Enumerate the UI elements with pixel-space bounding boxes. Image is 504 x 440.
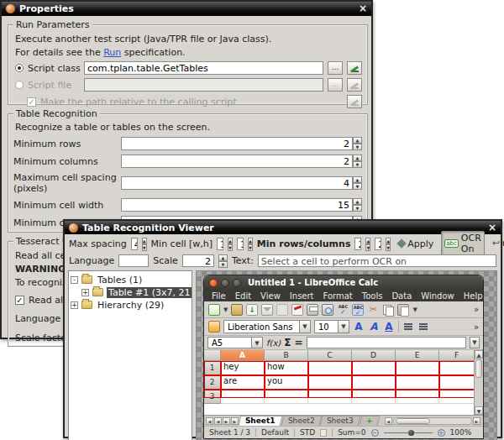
viewer-title: Table Recognition Viewer	[82, 223, 484, 233]
add-sheet-icon: +	[360, 416, 381, 426]
min-cell-h-spinner[interactable]: ▲▼	[248, 238, 253, 250]
viewer-toolbar-row2: Language Scale 2 ▲▼ Text: Select a cell …	[65, 251, 501, 268]
function-wizard-icon: f(x)	[266, 338, 281, 348]
column-header-a: A	[221, 350, 265, 361]
font-name-dropdown-icon: ▼	[299, 321, 310, 333]
properties-titlebar[interactable]: Properties ×	[2, 2, 371, 16]
min-cell-width-label: Minimum cell width	[13, 200, 121, 211]
cell-b3	[265, 390, 308, 404]
read-all-cells-checkbox[interactable]: ✓	[15, 296, 24, 305]
properties-title: Properties	[19, 3, 354, 14]
desktop: Properties × Run Parameters Execute anot…	[0, 0, 504, 440]
open-button[interactable]: ↩ Open	[489, 237, 504, 251]
font-size-dropdown-icon: ▼	[338, 321, 349, 333]
print-icon	[307, 304, 318, 316]
save-icon	[246, 304, 258, 316]
expand-icon[interactable]: +	[71, 301, 78, 309]
max-spacing-spinner[interactable]: ▲▼	[142, 238, 147, 250]
font-size-combo: 10 ▼	[314, 320, 349, 333]
ocr-text-output[interactable]: Select a cell to perform OCR on	[258, 254, 496, 267]
menu-tools: Tools	[362, 291, 383, 301]
viewer-language-label: Language	[69, 255, 114, 266]
menu-view: View	[260, 291, 281, 301]
min-cell-h-input[interactable]: 10	[237, 238, 244, 250]
menu-edit: Edit	[235, 291, 251, 301]
row-header-3: 3	[204, 390, 221, 404]
calc-titlebar: Untitled 1 - LibreOffice Calc	[204, 275, 483, 290]
script-class-radio[interactable]	[15, 64, 24, 72]
min-rows-input[interactable]: 2	[121, 137, 353, 150]
viewer-min-cols-spinner[interactable]: ▲▼	[386, 238, 391, 250]
min-columns-input[interactable]: 2	[121, 155, 353, 168]
new-dropdown-icon: ▼	[223, 306, 228, 313]
formula-input	[307, 337, 466, 348]
min-cell-w-spinner[interactable]: ▲▼	[228, 238, 233, 250]
min-cell-w-input[interactable]: 15	[217, 238, 223, 250]
column-header-b: B	[265, 350, 308, 361]
min-columns-row: Minimum columns 2 ▲▼	[13, 155, 362, 168]
cell-e3	[396, 390, 439, 404]
viewer-titlebar[interactable]: Table Recognition Viewer ×	[65, 221, 501, 234]
viewer-toolbar-row1: Max spacing 4 ▲▼ Min cell [w,h] 15 ▲▼ 10…	[65, 234, 501, 251]
edit-mode-icon	[276, 304, 288, 316]
viewer-min-rows-spinner[interactable]: ▲▼	[365, 238, 370, 250]
script-class-browse-button[interactable]: ...	[328, 61, 343, 75]
tree-item-hierarchy[interactable]: + Hierarchy (29)	[71, 299, 190, 311]
tree-item-table1[interactable]: + Table #1 (3x7, 21 cells)	[71, 286, 190, 298]
max-spacing-label: Max spacing	[69, 238, 127, 249]
min-cell-width-spinner[interactable]: ▲▼	[353, 198, 362, 212]
new-document-icon	[208, 304, 220, 316]
expand-icon[interactable]: +	[81, 289, 89, 296]
relative-path-checkbox[interactable]: ✓	[27, 97, 36, 107]
scroll-up-icon: ▲	[475, 350, 483, 359]
max-spacing-input[interactable]: 4	[131, 238, 138, 250]
max-cell-spacing-row: Maximum cell spacing (pixels) 4 ▲▼	[13, 172, 362, 194]
script-file-browse-button[interactable]: ...	[328, 78, 343, 92]
close-icon[interactable]: ×	[359, 4, 367, 13]
viewer-min-rows-input[interactable]: 2	[354, 238, 361, 250]
viewer-min-cols-input[interactable]: 2	[375, 238, 381, 250]
max-cell-spacing-spinner[interactable]: ▲▼	[353, 176, 362, 190]
align-right-icon	[417, 321, 429, 333]
script-file-edit-icon	[347, 78, 362, 92]
script-class-input[interactable]: com.tplan.table.GetTables	[84, 61, 323, 75]
status-mode: STD	[300, 428, 315, 437]
recognition-tree: - Tables (1) + Table #1 (3x7, 21 cells) …	[68, 270, 192, 440]
calc-grid: A B C D E F 1 hey how	[204, 350, 483, 415]
formula-bar-dropdown-icon: ▼	[470, 337, 480, 348]
formula-icon: =	[294, 337, 302, 348]
libreoffice-calc-window: Untitled 1 - LibreOffice Calc File Edit …	[203, 275, 484, 439]
paste-icon	[397, 304, 409, 316]
viewer-text-label: Text:	[232, 255, 254, 266]
tree-item-tables[interactable]: - Tables (1)	[71, 274, 190, 285]
prev-sheet-icon: ◀	[214, 417, 222, 425]
cell-f2	[439, 375, 475, 390]
column-header-e: E	[396, 350, 439, 361]
run-parameters-legend: Run Parameters	[13, 19, 92, 30]
script-class-edit-icon[interactable]	[347, 61, 362, 75]
ocr-on-toggle[interactable]: abc OCR On	[441, 231, 485, 256]
status-sum: Sum=0	[338, 428, 365, 437]
cell-d3	[352, 390, 396, 404]
viewer-language-input[interactable]	[118, 254, 149, 267]
script-file-input[interactable]	[84, 78, 323, 92]
email-icon	[261, 304, 273, 316]
viewer-scale-spinner[interactable]: ▲▼	[218, 254, 228, 267]
screenshot-panel[interactable]: Untitled 1 - LibreOffice Calc File Edit …	[196, 270, 497, 440]
status-sheet-count: Sheet 1 / 3	[209, 428, 250, 437]
min-rows-spinner[interactable]: ▲▼	[353, 137, 362, 150]
min-columns-spinner[interactable]: ▲▼	[353, 155, 362, 168]
viewer-scale-input[interactable]: 2	[182, 254, 214, 267]
viewer-close-icon[interactable]: ×	[488, 223, 496, 233]
apply-button[interactable]: Apply	[395, 237, 437, 251]
run-spec-link[interactable]: Run	[103, 47, 121, 58]
viewer-sphere-icon	[69, 223, 78, 233]
ocr-language-label: Language	[15, 313, 66, 324]
cell-f3	[439, 390, 475, 404]
min-cell-width-input[interactable]: 15	[121, 198, 353, 212]
italic-icon: A	[368, 321, 380, 333]
max-cell-spacing-input[interactable]: 4	[121, 176, 353, 190]
collapse-icon[interactable]: -	[71, 276, 78, 284]
bold-icon: A	[353, 321, 365, 333]
script-file-radio[interactable]	[15, 81, 24, 89]
